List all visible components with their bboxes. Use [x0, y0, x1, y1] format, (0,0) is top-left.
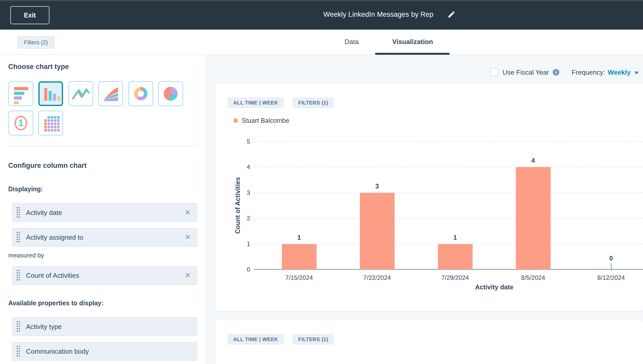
- chip-activity-date[interactable]: Activity date ✕: [12, 203, 197, 222]
- bar-7/22/2024[interactable]: [360, 193, 395, 270]
- chart-type-table[interactable]: [38, 111, 63, 135]
- column-chart-plot: Count of Activities Activity date 012345…: [215, 83, 643, 311]
- data-label: 4: [525, 157, 541, 164]
- zero-tick: [611, 263, 612, 270]
- frequency-dropdown[interactable]: Frequency: Weekly: [572, 68, 639, 76]
- frequency-label: Frequency:: [572, 68, 605, 76]
- drag-handle-icon[interactable]: [16, 345, 20, 357]
- y-tick-label: 0: [231, 266, 250, 273]
- bar-7/29/2024[interactable]: [438, 244, 473, 270]
- close-icon[interactable]: ✕: [185, 234, 191, 241]
- active-tab-indicator: [375, 53, 450, 55]
- y-tick-label: 2: [231, 214, 250, 222]
- report-chart-card: ALL TIME | WEEK FILTERS (1) Stuart Balco…: [215, 83, 643, 311]
- window-top-strip: [0, 0, 643, 1]
- area-chart-icon: [99, 81, 123, 106]
- close-icon[interactable]: ✕: [185, 272, 191, 279]
- frequency-value[interactable]: Weekly: [608, 68, 631, 76]
- chip-label: Count of Activities: [26, 272, 185, 280]
- drag-handle-icon[interactable]: [16, 270, 20, 281]
- data-label: 0: [603, 255, 619, 262]
- donut-chart-icon: [134, 87, 147, 100]
- visualization-panel: Use Fiscal Year i Frequency: Weekly ALL …: [206, 55, 643, 364]
- info-icon[interactable]: i: [553, 69, 559, 76]
- tab-visualization[interactable]: Visualization: [375, 38, 450, 46]
- table-chart-icon: [39, 111, 63, 135]
- use-fiscal-year-label: Use Fiscal Year: [502, 68, 549, 76]
- x-tick-label: 7/15/2024: [279, 274, 320, 281]
- x-tick-label: 7/22/2024: [357, 274, 398, 281]
- gridline: [254, 167, 643, 167]
- choose-chart-type-heading: Choose chart type: [8, 63, 69, 71]
- bar-7/15/2024[interactable]: [282, 244, 317, 270]
- data-label: 1: [447, 234, 463, 241]
- chip-count-of-activities[interactable]: Count of Activities ✕: [12, 266, 197, 285]
- exit-button[interactable]: Exit: [10, 6, 49, 24]
- chart-type-area[interactable]: [98, 81, 123, 106]
- configure-heading: Configure column chart: [8, 162, 87, 170]
- sidebar-divider: [8, 146, 198, 146]
- y-tick-label: 1: [231, 240, 250, 248]
- chart-type-horizontal-bar[interactable]: [8, 81, 33, 106]
- x-tick-label: 7/29/2024: [435, 274, 476, 281]
- chart-type-column[interactable]: [38, 81, 63, 106]
- chart-type-line[interactable]: [68, 81, 93, 106]
- bar-8/5/2024[interactable]: [516, 167, 551, 270]
- chevron-down-icon: [634, 72, 639, 74]
- gridline: [254, 218, 643, 219]
- report-title: Weekly LinkedIn Messages by Rep: [296, 11, 461, 19]
- data-label: 3: [369, 183, 385, 190]
- drag-handle-icon[interactable]: [16, 321, 20, 333]
- y-tick-label: 5: [231, 138, 250, 145]
- drag-handle-icon[interactable]: [16, 231, 20, 243]
- x-tick-label: 8/5/2024: [512, 274, 554, 281]
- second-report-card: ALL TIME | WEEK FILTERS (1): [215, 320, 643, 364]
- report-badges: ALL TIME | WEEK FILTERS (1): [228, 334, 334, 345]
- line-chart-icon: [69, 81, 93, 106]
- use-fiscal-year-checkbox[interactable]: [490, 68, 498, 76]
- view-controls: Use Fiscal Year i Frequency: Weekly: [490, 67, 639, 77]
- chart-config-sidebar: Choose chart type: [0, 55, 206, 364]
- chip-label: Communication body: [26, 348, 197, 356]
- time-range-badge[interactable]: ALL TIME | WEEK: [228, 334, 284, 345]
- pie-chart-icon: [164, 87, 178, 101]
- top-navbar: Exit Weekly LinkedIn Messages by Rep: [0, 0, 643, 30]
- close-icon[interactable]: ✕: [185, 209, 191, 216]
- x-tick-label: 8/12/2024: [590, 274, 632, 281]
- gridline: [254, 193, 643, 193]
- drag-handle-icon[interactable]: [16, 207, 20, 219]
- gridline: [254, 141, 643, 142]
- tab-data[interactable]: Data: [339, 38, 364, 46]
- tabs-toolbar: Filters (2) Data Visualization: [0, 30, 643, 55]
- chip-label: Activity type: [26, 323, 197, 331]
- y-tick-label: 3: [231, 189, 250, 197]
- filters-badge[interactable]: FILTERS (1): [293, 334, 334, 345]
- measured-by-label: measured by: [8, 252, 44, 259]
- chip-label: Activity assigned to: [26, 233, 185, 241]
- chart-type-pie[interactable]: [158, 81, 183, 106]
- filters-button[interactable]: Filters (2): [18, 36, 54, 49]
- chip-activity-type[interactable]: Activity type: [12, 317, 197, 336]
- x-axis-title: Activity date: [456, 283, 533, 291]
- chip-label: Activity date: [26, 209, 185, 217]
- chip-communication-body[interactable]: Communication body: [12, 342, 197, 361]
- chart-type-kpi-number[interactable]: 1: [8, 111, 33, 135]
- data-label: 1: [291, 234, 307, 241]
- y-tick-label: 4: [231, 163, 250, 171]
- kpi-number-icon: 1: [9, 111, 33, 135]
- available-properties-heading: Available properties to display:: [8, 299, 103, 307]
- chip-activity-assigned-to[interactable]: Activity assigned to ✕: [12, 228, 197, 247]
- displaying-label: Displaying:: [8, 185, 43, 193]
- svg-text:1: 1: [18, 118, 23, 128]
- horizontal-bar-icon: [9, 81, 33, 106]
- column-chart-icon: [40, 83, 62, 105]
- edit-pencil-icon[interactable]: [447, 10, 456, 19]
- chart-type-donut[interactable]: [128, 81, 153, 106]
